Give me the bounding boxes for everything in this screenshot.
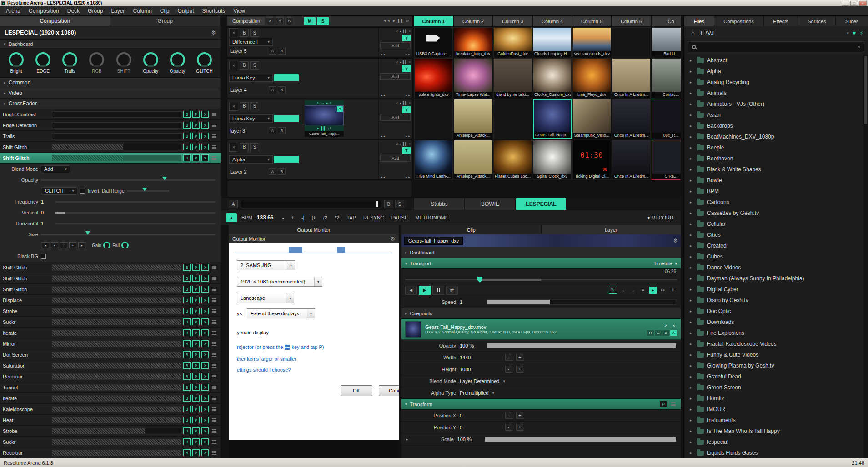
crossfader[interactable] [241,200,381,208]
trigger-button[interactable]: T [402,106,411,113]
chevron-right-icon[interactable]: ▸ [690,353,695,357]
bypass-layer-button[interactable]: B [240,29,249,37]
bypass-button[interactable]: B [183,275,191,282]
dial-range-slider[interactable] [127,190,169,192]
add-clip-button[interactable]: Add [380,114,411,121]
remove-button[interactable]: X [201,286,209,293]
skip-icons[interactable]: ◄◄►► [380,94,411,97]
clip-cell[interactable]: GoldenDust_dxv [493,27,532,57]
effect-slider[interactable] [52,395,181,402]
effect-row[interactable]: Bright.Contrast B P X [0,109,221,120]
bypass-layer-button[interactable]: B [240,61,249,70]
knob-dial[interactable] [62,52,77,67]
text-size-link[interactable]: ther items larger or smaller [237,356,296,362]
add-marker-icon[interactable]: + [669,287,677,294]
column-header[interactable]: Column 2 [454,16,492,26]
bolt-icon[interactable]: ⚡ [860,30,863,36]
chevron-right-icon[interactable]: ▸ [690,113,695,117]
trigger-button[interactable]: T [402,65,411,72]
effect-slider[interactable] [52,319,181,325]
dashboard-knob[interactable]: SHIFT [113,52,134,74]
speed-button[interactable]: S [317,17,329,25]
deck-tab[interactable]: LESPECIAL [516,198,566,210]
panel-tab[interactable]: Composition [0,16,110,26]
solo-layer-button[interactable]: S [250,61,259,70]
goto-end-icon[interactable]: » [639,287,647,294]
menu-icon[interactable] [212,354,216,355]
chevron-right-icon[interactable]: ▸ [690,178,695,183]
layer-name[interactable]: Layer 2 [229,169,267,174]
effect-row[interactable]: Suckr B P X [0,317,221,328]
clear-layer-button[interactable]: × [229,102,238,111]
effect-row-selected[interactable]: Shift Glitch B P X [0,153,221,164]
param-group-row[interactable]: ▸ Common [0,78,221,88]
bypass-button[interactable]: B [183,406,191,412]
menu-icon[interactable] [212,114,216,115]
clip-cell[interactable] [493,99,532,139]
clip-cell[interactable]: Antelope_Attack... [454,140,492,180]
effect-slider[interactable] [52,111,181,118]
clip-cell[interactable]: Antelope_Attack... [454,99,492,139]
remove-button[interactable]: X [201,297,209,303]
opacity-slider[interactable] [41,179,215,181]
remove-button[interactable]: X [201,329,209,336]
folder-row[interactable]: ▸ Alpha [684,66,863,77]
pick-button[interactable]: P [192,373,200,380]
folder-row[interactable]: ▸ Created [684,240,863,251]
bypass-button[interactable]: B [183,264,191,271]
remove-button[interactable]: X [201,417,209,423]
blend-mode-select[interactable]: Layer Determined ▾ [460,378,505,384]
bypass-button[interactable]: B [183,154,191,161]
folder-row[interactable]: ▸ Backdrops [684,120,863,131]
layer-mini-icons[interactable]: ∅▸▌▌× [380,60,411,65]
folder-row[interactable]: ▸ Animals [684,88,863,99]
column-header[interactable]: Column 1 [414,16,453,26]
effect-slider[interactable] [52,330,181,336]
decrement-button[interactable]: - [505,424,512,431]
blend-mode-select[interactable]: Luma Key ▾ [229,74,273,82]
folder-row[interactable]: ▸ Green Screen [684,382,863,393]
crossfader-s-button[interactable]: S [395,200,404,208]
chevron-right-icon[interactable]: ▸ [690,102,695,106]
solo-clip-button[interactable]: S [337,106,343,112]
folder-row[interactable]: ▸ Cartoons [684,197,863,208]
folder-row[interactable]: ▸ Instruments [684,415,863,426]
gear-icon[interactable]: ⚙ [673,238,678,244]
menu-icon[interactable] [212,322,216,323]
solo-layer-button[interactable]: S [250,29,259,37]
pick-button[interactable]: P [192,275,200,282]
effect-slider[interactable] [52,439,181,445]
layer-name[interactable]: Layer 4 [229,87,267,93]
bypass-button[interactable]: B [183,144,191,150]
bpm-button[interactable]: + [291,215,294,220]
transform-section-header[interactable]: ▾ Transform P [401,399,681,410]
minimize-button[interactable]: – [842,1,849,6]
bypass-layer-button[interactable]: B [240,102,249,110]
bypass-button[interactable]: B [183,395,191,402]
pick-button[interactable]: P [192,406,200,412]
speed-slider[interactable] [487,299,676,305]
knob-dial[interactable] [197,52,212,67]
layer-name[interactable]: layer 3 [229,128,267,134]
panel-tab[interactable]: Layer [542,225,681,234]
bypass-button[interactable]: B [183,318,191,325]
horizontal-slider[interactable] [55,223,215,224]
chevron-right-icon[interactable]: ▸ [690,124,695,128]
bypass-button[interactable]: B [183,362,191,369]
folder-row[interactable]: ▸ Disco by Gesh.tv [684,295,863,306]
chevron-right-icon[interactable]: ▸ [406,437,408,442]
menu-icon[interactable] [212,278,216,279]
chevron-right-icon[interactable]: ▸ [690,69,695,74]
folder-row[interactable]: ▸ Dayman (Always Sunny In Philadelphia) [684,273,863,284]
invert-checkbox[interactable] [80,189,85,194]
gear-icon[interactable]: ⚙ [390,236,395,242]
blend-mode-select[interactable]: Add ▾ [41,165,70,173]
column-header[interactable]: Column 5 [572,16,611,26]
chevron-right-icon[interactable]: ▸ [690,429,695,433]
channel-button[interactable]: G [655,330,662,336]
folder-row[interactable]: ▸ Asian [684,109,863,120]
transport-section-header[interactable]: ▾ Transport Timeline ▾ [401,258,681,269]
chevron-right-icon[interactable]: ▸ [690,189,695,194]
solo-composition-button[interactable]: S [285,17,293,25]
bypass-button[interactable]: B [183,329,191,336]
